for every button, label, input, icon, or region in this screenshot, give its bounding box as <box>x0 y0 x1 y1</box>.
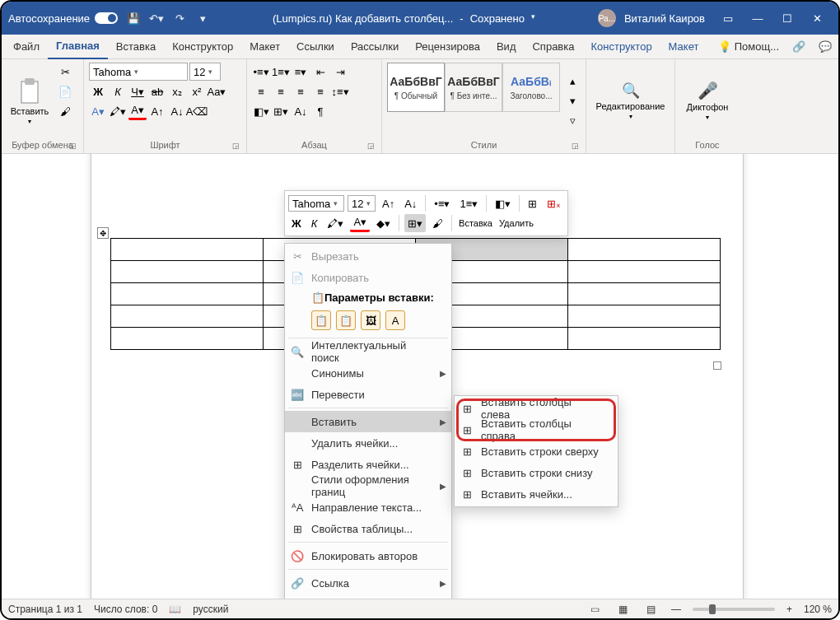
increase-indent-button[interactable]: ⇥ <box>331 63 349 81</box>
paste-text-only-icon[interactable]: A <box>385 310 405 330</box>
superscript-button[interactable]: x² <box>188 82 206 100</box>
table-move-handle[interactable]: ✥ <box>97 227 109 239</box>
tab-mailings[interactable]: Рассылки <box>343 35 407 59</box>
undo-icon[interactable]: ↶▾ <box>149 11 164 26</box>
mini-numbering-button[interactable]: 1≡▾ <box>456 194 481 212</box>
show-marks-button[interactable]: ¶ <box>311 102 329 120</box>
clear-formatting-button[interactable]: A⌫ <box>188 102 206 120</box>
copy-icon[interactable]: 📄 <box>56 82 74 100</box>
italic-button[interactable]: К <box>109 82 127 100</box>
save-icon[interactable]: 💾 <box>126 11 141 26</box>
tab-review[interactable]: Рецензирова <box>407 35 488 59</box>
font-color-button[interactable]: A▾ <box>128 102 147 120</box>
ctx-table-properties[interactable]: ⊞Свойства таблицы... <box>285 518 451 539</box>
close-icon[interactable]: ✕ <box>802 2 832 34</box>
mini-size-combo[interactable]: 12▾ <box>348 195 376 212</box>
dictate-button[interactable]: 🎤 Диктофон ▾ <box>684 63 730 138</box>
cut-icon[interactable]: ✂ <box>56 63 74 81</box>
strikethrough-button[interactable]: ab <box>148 82 166 100</box>
align-left-button[interactable]: ≡ <box>252 82 270 100</box>
ctx-text-direction[interactable]: ᴬAНаправление текста... <box>285 496 451 518</box>
paste-keep-source-icon[interactable]: 📋 <box>311 310 331 330</box>
font-dialog-icon[interactable]: ◲ <box>232 142 240 150</box>
borders-button[interactable]: ⊞▾ <box>272 102 290 120</box>
ctx-block-authors[interactable]: 🚫Блокировать авторов <box>285 545 451 566</box>
comments-button[interactable]: 💬 <box>812 40 838 53</box>
text-effects-button[interactable]: A▾ <box>89 102 107 120</box>
mini-bold-button[interactable]: Ж <box>288 214 305 232</box>
tab-home[interactable]: Главная <box>48 35 108 59</box>
toggle-switch[interactable] <box>95 12 118 24</box>
paste-button[interactable]: Вставить ▾ <box>7 63 53 138</box>
status-words[interactable]: Число слов: 0 <box>94 604 157 615</box>
ctx-split-cells[interactable]: ⊞Разделить ячейки... <box>285 454 451 475</box>
underline-button[interactable]: Ч▾ <box>128 82 147 100</box>
decrease-indent-button[interactable]: ⇤ <box>311 63 329 81</box>
tab-layout[interactable]: Макет <box>241 35 288 59</box>
tab-design[interactable]: Конструктор <box>164 35 241 59</box>
tab-references[interactable]: Ссылки <box>288 35 343 59</box>
bold-button[interactable]: Ж <box>89 82 107 100</box>
status-page[interactable]: Страница 1 из 1 <box>8 604 82 615</box>
subscript-button[interactable]: x₂ <box>168 82 186 100</box>
ctx-delete-cells[interactable]: Удалить ячейки... <box>285 432 451 454</box>
shading-button[interactable]: ◧▾ <box>252 102 270 120</box>
line-spacing-button[interactable]: ↕≡▾ <box>331 82 349 100</box>
change-case-button[interactable]: Aa▾ <box>208 82 226 100</box>
numbering-button[interactable]: 1≡▾ <box>272 63 290 81</box>
zoom-slider[interactable] <box>693 608 775 611</box>
table-resize-handle[interactable] <box>713 361 721 370</box>
tab-insert[interactable]: Вставка <box>108 35 164 59</box>
minimize-icon[interactable]: — <box>743 2 772 34</box>
bullets-button[interactable]: •≡▾ <box>252 63 270 81</box>
highlight-button[interactable]: 🖍▾ <box>109 102 127 120</box>
style-no-spacing[interactable]: АаБбВвГ ¶ Без инте... <box>445 63 502 112</box>
tab-help[interactable]: Справка <box>524 35 582 59</box>
multilevel-button[interactable]: ≡▾ <box>292 63 310 81</box>
ctx-insert[interactable]: Вставить▶ <box>285 411 451 432</box>
tab-table-design[interactable]: Конструктор <box>582 35 660 59</box>
user-name[interactable]: Виталий Каиров <box>624 12 705 25</box>
font-family-combo[interactable]: Tahoma▾ <box>89 63 188 81</box>
qat-more-icon[interactable]: ▾ <box>195 11 210 26</box>
shrink-font-button[interactable]: A↓ <box>168 102 186 120</box>
redo-icon[interactable]: ↷ <box>172 11 187 26</box>
mini-bullets-button[interactable]: •≡▾ <box>431 194 453 212</box>
view-web-icon[interactable]: ▤ <box>643 603 660 616</box>
ctx-link[interactable]: 🔗Ссылка▶ <box>285 572 451 594</box>
paste-picture-icon[interactable]: 🖼 <box>361 310 380 330</box>
font-size-combo[interactable]: 12▾ <box>189 63 221 81</box>
ctx-smart-lookup[interactable]: 🔍Интеллектуальный поиск <box>285 341 451 362</box>
mini-shade-button[interactable]: ◆▾ <box>373 214 394 232</box>
maximize-icon[interactable]: ☐ <box>772 2 802 34</box>
styles-expand-icon[interactable]: ▿ <box>563 111 581 129</box>
autosave-toggle[interactable]: Автосохранение <box>8 12 118 25</box>
ctx-copy[interactable]: 📄Копировать <box>285 267 451 288</box>
insert-cols-right[interactable]: ⊞Вставить столбцы справа <box>455 419 618 441</box>
zoom-out-button[interactable]: — <box>671 604 681 615</box>
mini-font-color-button[interactable]: A▾ <box>350 214 370 232</box>
mini-table-insert-icon[interactable]: ⊞ <box>525 194 540 212</box>
ctx-cut[interactable]: ✂Вырезать <box>285 245 451 267</box>
tab-file[interactable]: Файл <box>5 35 48 59</box>
insert-cols-left[interactable]: ⊞Вставить столбцы слева <box>455 398 618 419</box>
paragraph-dialog-icon[interactable]: ◲ <box>367 142 375 150</box>
share-button[interactable]: 🔗 <box>786 40 812 53</box>
status-spellcheck-icon[interactable]: 📖 <box>169 604 181 615</box>
grow-font-button[interactable]: A↑ <box>148 102 166 120</box>
tab-view[interactable]: Вид <box>488 35 525 59</box>
paste-merge-icon[interactable]: 📋 <box>336 310 356 330</box>
tab-table-layout[interactable]: Макет <box>660 35 707 59</box>
justify-button[interactable]: ≡ <box>311 82 329 100</box>
align-center-button[interactable]: ≡ <box>272 82 290 100</box>
editing-button[interactable]: 🔍 Редактирование ▾ <box>608 63 654 138</box>
insert-rows-above[interactable]: ⊞Вставить строки сверху <box>455 441 618 462</box>
insert-cells[interactable]: ⊞Вставить ячейки... <box>455 483 618 505</box>
style-heading1[interactable]: АаБбВᵢ Заголово... <box>502 63 560 112</box>
format-painter-icon[interactable]: 🖌 <box>56 102 74 120</box>
status-language[interactable]: русский <box>193 604 228 615</box>
ribbon-display-icon[interactable]: ▭ <box>713 2 743 34</box>
style-normal[interactable]: АаБбВвГ ¶ Обычный <box>387 63 445 112</box>
insert-rows-below[interactable]: ⊞Вставить строки снизу <box>455 462 618 483</box>
search-help[interactable]: 💡 Помощ... <box>712 40 786 53</box>
